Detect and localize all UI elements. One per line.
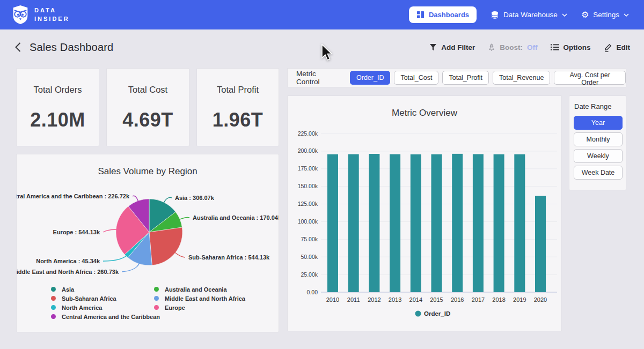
- legend-item[interactable]: Asia: [51, 285, 160, 294]
- y-tick-label: 125.00k: [298, 201, 318, 207]
- kpi-label: Total Profit: [217, 85, 259, 95]
- metric-control-label: Metric Control: [296, 70, 341, 86]
- kpi-value: 1.96T: [213, 109, 264, 131]
- x-tick-label: 2017: [472, 296, 485, 303]
- legend-item[interactable]: Europe: [154, 303, 245, 312]
- bar-legend-label[interactable]: Order_ID: [424, 310, 450, 317]
- date-range-week-date-button[interactable]: Week Date: [574, 166, 623, 180]
- date-range-year-button[interactable]: Year: [574, 116, 623, 130]
- boost-state: Off: [527, 43, 538, 51]
- brand: DATA INSIDER: [12, 5, 70, 25]
- nav-data-warehouse[interactable]: Data Warehouse: [491, 11, 567, 19]
- legend-label: Central America and the Caribbean: [62, 314, 160, 320]
- y-tick-label: 75.00k: [301, 236, 318, 242]
- x-tick-label: 2019: [513, 296, 526, 303]
- kpi-total-profit: Total Profit 1.96T: [196, 68, 279, 146]
- legend-label: North America: [62, 305, 102, 311]
- bar[interactable]: [473, 154, 484, 292]
- kpi-total-orders: Total Orders 2.10M: [16, 68, 99, 146]
- topbar: DATA INSIDER Dashboards Data Warehouse: [0, 0, 644, 29]
- pie-label-line: [178, 217, 189, 220]
- pie-slice-label: Central America and the Caribbean : 226.…: [17, 193, 130, 199]
- filter-funnel-icon: [429, 43, 437, 51]
- bar[interactable]: [411, 154, 421, 292]
- bar[interactable]: [535, 196, 546, 292]
- metric-chip-order-id[interactable]: Order_ID: [350, 71, 390, 85]
- legend-dot: [154, 296, 159, 301]
- date-range-panel: Date Range Year Monthly Weekly Week Date: [569, 95, 626, 190]
- bar[interactable]: [348, 154, 359, 292]
- bar-chart: 0.0025.00k50.00k75.00k100.00k125.00k150.…: [288, 96, 561, 331]
- legend-dot: [51, 305, 56, 310]
- kpi-label: Total Orders: [34, 85, 82, 95]
- legend-dot: [51, 287, 56, 292]
- y-tick-label: 0.00: [307, 289, 318, 295]
- legend-label: Asia: [62, 286, 74, 293]
- pie-chart-title: Sales Volume by Region: [17, 166, 279, 177]
- pie-chart-card: Sales Volume by Region Asia : 306.07kAus…: [16, 154, 279, 332]
- kpi-value: 4.69T: [122, 109, 173, 131]
- legend-label: Middle East and North Africa: [165, 295, 245, 302]
- legend-dot: [51, 314, 56, 319]
- x-tick-label: 2020: [534, 296, 547, 303]
- y-tick-label: 100.00k: [298, 218, 318, 225]
- options-button[interactable]: Options: [551, 43, 591, 51]
- pie-label-line: [122, 262, 140, 272]
- nav-dashboards-button[interactable]: Dashboards: [409, 6, 477, 23]
- bar[interactable]: [431, 154, 442, 292]
- y-tick-label: 50.00k: [301, 254, 318, 260]
- bar[interactable]: [327, 154, 338, 292]
- y-tick-label: 150.00k: [298, 183, 318, 189]
- page-title: Sales Dashboard: [30, 41, 113, 54]
- legend-item[interactable]: North America: [51, 303, 160, 312]
- database-icon: [491, 11, 499, 19]
- y-tick-label: 175.00k: [298, 165, 318, 172]
- bar-chart-title: Metric Overview: [288, 108, 561, 118]
- chevron-down-icon: [562, 13, 567, 17]
- x-tick-label: 2018: [492, 296, 505, 303]
- date-range-label: Date Range: [574, 102, 621, 110]
- bar[interactable]: [390, 154, 400, 292]
- legend-item[interactable]: Australia and Oceania: [154, 285, 245, 294]
- x-tick-label: 2010: [326, 296, 339, 303]
- bar[interactable]: [494, 154, 504, 292]
- nav-settings[interactable]: ⚙ Settings: [581, 11, 629, 19]
- legend-dot: [51, 296, 56, 301]
- bar[interactable]: [369, 154, 379, 292]
- add-filter-button[interactable]: Add Filter: [429, 43, 475, 51]
- list-options-icon: [551, 43, 559, 51]
- edit-button[interactable]: Edit: [604, 43, 631, 52]
- pie-label-line: [174, 252, 185, 257]
- date-range-weekly-button[interactable]: Weekly: [574, 149, 623, 163]
- chevron-left-icon: [15, 42, 21, 52]
- metric-chip-total-profit[interactable]: Total_Profit: [442, 71, 489, 85]
- legend-dot: [154, 287, 159, 292]
- x-tick-label: 2012: [368, 296, 380, 303]
- back-button[interactable]: [15, 42, 21, 52]
- boost-toggle[interactable]: Boost: Off: [488, 43, 537, 51]
- legend-item[interactable]: Central America and the Caribbean: [51, 312, 160, 321]
- kpi-value: 2.10M: [30, 109, 85, 131]
- metric-control-bar: Metric Control Order_ID Total_Cost Total…: [287, 68, 626, 87]
- bar[interactable]: [514, 154, 525, 292]
- bar-legend-dot: [415, 311, 421, 317]
- top-navigation: Dashboards Data Warehouse ⚙ Settings: [409, 6, 629, 23]
- x-tick-label: 2014: [409, 296, 422, 303]
- date-range-monthly-button[interactable]: Monthly: [574, 132, 623, 146]
- pie-slice-label: Middle East and North Africa : 260.73k: [17, 269, 119, 275]
- bar[interactable]: [452, 154, 463, 292]
- pie-slice-label: Europe : 544.13k: [53, 229, 100, 235]
- legend-label: Sub-Saharan Africa: [62, 295, 116, 302]
- y-tick-label: 200.00k: [298, 147, 318, 154]
- x-tick-label: 2011: [347, 296, 360, 303]
- pie-label-line: [103, 255, 127, 261]
- pie-slice-label: Asia : 306.07k: [175, 195, 215, 201]
- legend-item[interactable]: Middle East and North Africa: [154, 294, 245, 303]
- bar-chart-card: 0.0025.00k50.00k75.00k100.00k125.00k150.…: [287, 95, 562, 331]
- y-tick-label: 25.00k: [301, 271, 318, 278]
- metric-chip-total-revenue[interactable]: Total_Revenue: [493, 71, 550, 85]
- metric-chip-total-cost[interactable]: Total_Cost: [394, 71, 438, 85]
- pie-slice[interactable]: [149, 227, 182, 265]
- metric-chip-avg-cost[interactable]: Avg. Cost per Order: [554, 71, 626, 85]
- legend-item[interactable]: Sub-Saharan Africa: [51, 294, 160, 303]
